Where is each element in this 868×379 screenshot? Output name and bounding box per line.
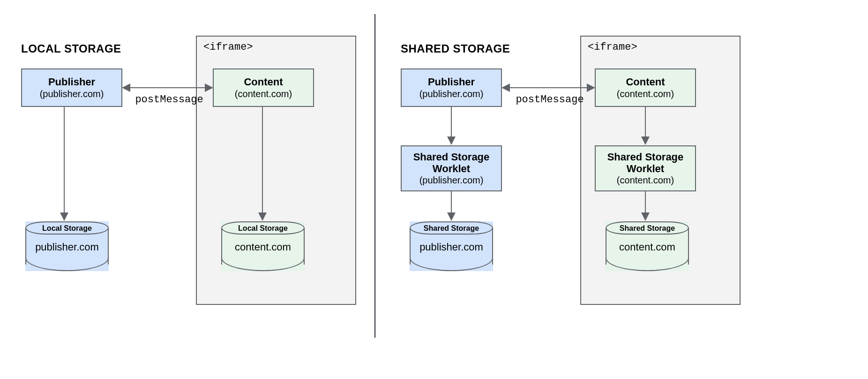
publisher-title-right: Publisher [428,76,475,88]
iframe-label-right: <iframe> [588,41,637,53]
content-sub-right: (content.com) [617,88,674,99]
publisher-sub-left: (publisher.com) [40,88,104,99]
cyl-pub-right-top: Shared Storage [410,224,493,233]
iframe-label-left: <iframe> [203,41,253,53]
cyl-pub-left-mid: publisher.com [25,241,109,253]
publisher-box-left: Publisher (publisher.com) [21,68,122,107]
content-sub-left: (content.com) [235,88,292,99]
content-title-right: Content [626,76,665,88]
worklet-pub-t1a: Shared Storage [413,151,490,163]
cylinder-content-right: Shared Storage content.com [606,221,689,271]
content-box-left: Content (content.com) [213,68,314,107]
diagram-root: LOCAL STORAGE <iframe> Publisher (publis… [0,0,868,379]
worklet-publisher-box: Shared Storage Worklet (publisher.com) [401,145,502,191]
worklet-con-sub: (content.com) [617,174,674,186]
cylinder-content-left: Local Storage content.com [221,221,305,271]
postmessage-label-right: postMessage [510,94,590,106]
worklet-con-t1a: Shared Storage [607,151,684,163]
content-box-right: Content (content.com) [595,68,696,107]
publisher-box-right: Publisher (publisher.com) [401,68,502,107]
cyl-pub-right-mid: publisher.com [410,241,493,253]
cyl-pub-left-top: Local Storage [25,224,109,233]
cylinder-publisher-right: Shared Storage publisher.com [410,221,493,271]
postmessage-label-left: postMessage [129,94,209,106]
cylinder-publisher-left: Local Storage publisher.com [25,221,109,271]
cyl-con-left-top: Local Storage [221,224,305,233]
content-title-left: Content [244,76,283,88]
worklet-pub-t1b: Worklet [433,163,470,174]
title-local-storage: LOCAL STORAGE [21,42,121,55]
worklet-content-box: Shared Storage Worklet (content.com) [595,145,696,191]
publisher-title-left: Publisher [48,76,95,88]
title-shared-storage: SHARED STORAGE [401,42,510,55]
publisher-sub-right: (publisher.com) [419,88,484,99]
worklet-pub-sub: (publisher.com) [419,174,484,186]
worklet-con-t1b: Worklet [627,163,664,174]
cyl-con-right-mid: content.com [606,241,689,253]
cyl-con-right-top: Shared Storage [606,224,689,233]
cyl-con-left-mid: content.com [221,241,305,253]
